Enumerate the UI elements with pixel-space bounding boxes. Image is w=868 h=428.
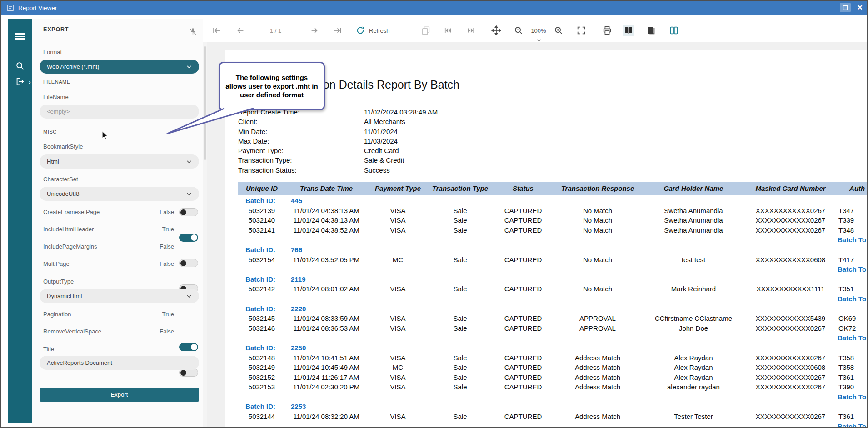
format-dropdown[interactable]: Web Archive (*.mht) bbox=[40, 60, 199, 74]
includehtmlheader-toggle[interactable] bbox=[179, 234, 198, 242]
batch-header-row: Batch ID:2253 bbox=[238, 402, 868, 412]
table-cell: 11/01/24 04:38:13 AM bbox=[285, 215, 367, 225]
table-cell: test test bbox=[641, 255, 746, 265]
table-cell: VISA bbox=[367, 206, 429, 216]
batch-header-row: Batch ID:2220 bbox=[238, 304, 868, 314]
batch-id-link[interactable]: 766 bbox=[285, 245, 367, 255]
table-cell: Alex Raydan bbox=[641, 353, 746, 363]
search-button[interactable] bbox=[8, 57, 32, 75]
zoom-out-button[interactable] bbox=[513, 25, 524, 36]
report-info-row: Min Date:11/01/2024 bbox=[238, 127, 438, 136]
table-cell: APPROVAL bbox=[554, 323, 641, 333]
batch-totals-link[interactable]: Batch To bbox=[835, 392, 868, 402]
batch-footer-row: Batch To bbox=[238, 235, 868, 245]
batch-totals-link[interactable]: Batch To bbox=[835, 294, 868, 304]
gallery-button[interactable] bbox=[645, 25, 657, 36]
table-cell: Sale bbox=[429, 215, 492, 225]
toolbar-separator bbox=[595, 24, 595, 37]
zoom-out-icon bbox=[514, 25, 524, 35]
chevron-down-icon bbox=[186, 294, 192, 298]
snapshot-button[interactable] bbox=[420, 25, 432, 36]
export-panel-title: EXPORT bbox=[43, 26, 69, 33]
callout-bubble: The following settings allows user to ex… bbox=[219, 62, 325, 110]
restore-button[interactable] bbox=[840, 3, 851, 12]
title-input-value: ActiveReports Document bbox=[47, 359, 112, 366]
title-input[interactable]: ActiveReports Document bbox=[40, 356, 199, 370]
table-row: 503213911/01/24 04:38:13 AMVISASaleCAPTU… bbox=[238, 206, 868, 216]
table-cell: CAPTURED bbox=[492, 323, 554, 333]
toc-panel-button[interactable] bbox=[623, 25, 634, 36]
print-icon bbox=[602, 25, 612, 35]
last-page-button[interactable] bbox=[332, 25, 344, 36]
batch-header-row: Batch ID:2119 bbox=[238, 274, 868, 284]
refresh-button[interactable]: Refresh bbox=[355, 24, 390, 37]
previous-view-button[interactable] bbox=[443, 25, 454, 36]
first-page-button[interactable] bbox=[211, 25, 223, 36]
export-panel-button[interactable]: › bbox=[8, 73, 32, 91]
panel-scrollbar-thumb[interactable] bbox=[204, 46, 206, 160]
batch-totals-link[interactable]: Batch To bbox=[835, 422, 868, 428]
table-cell: 11/01/24 11:26:17 AM bbox=[285, 373, 367, 383]
table-cell: OK69 bbox=[835, 314, 868, 323]
multipage-label: MultiPage bbox=[43, 260, 70, 267]
next-page-button[interactable] bbox=[309, 25, 320, 36]
zoom-level[interactable]: 100% bbox=[528, 27, 549, 34]
batch-totals-link[interactable]: Batch To bbox=[835, 333, 868, 343]
pan-button[interactable] bbox=[490, 25, 502, 36]
menu-button[interactable] bbox=[8, 27, 32, 45]
batch-totals-link[interactable]: Batch To bbox=[835, 264, 868, 274]
table-cell: CAPTURED bbox=[492, 353, 554, 363]
table-cell: XXXXXXXXXXXX1111 bbox=[746, 284, 835, 294]
info-label: Transaction Status: bbox=[238, 165, 364, 175]
close-button[interactable]: × bbox=[857, 3, 863, 12]
table-cell: 5032146 bbox=[238, 323, 285, 333]
batch-id-link[interactable]: 445 bbox=[285, 196, 367, 206]
outputtype-label: OutputType bbox=[43, 278, 74, 285]
batch-id-link[interactable]: 2250 bbox=[285, 343, 367, 353]
includepagemargins-toggle[interactable] bbox=[179, 259, 198, 267]
print-button[interactable] bbox=[601, 25, 613, 36]
batch-id-link[interactable]: 2220 bbox=[285, 304, 367, 314]
zoom-in-button[interactable] bbox=[553, 25, 564, 36]
table-header-row: Unique IDTrans Date TimePayment TypeTran… bbox=[238, 182, 868, 195]
table-cell: Sale bbox=[429, 412, 492, 422]
column-header: Payment Type bbox=[367, 182, 429, 195]
pagination-toggle[interactable] bbox=[179, 343, 198, 351]
unpin-button[interactable] bbox=[189, 27, 197, 36]
misc-section-label: MISC bbox=[43, 129, 57, 134]
characterset-value: UnicodeUtf8 bbox=[47, 190, 80, 197]
info-value: 11/01/2024 bbox=[364, 127, 398, 136]
table-cell: 11/01/24 08:32:20 AM bbox=[285, 412, 367, 422]
table-row: 503215211/01/24 11:26:17 AMVISASaleCAPTU… bbox=[238, 373, 868, 383]
table-row: 503215311/01/24 02:30:20 PMVISASaleCAPTU… bbox=[238, 382, 868, 392]
table-cell: alexander raydan bbox=[641, 382, 746, 392]
table-cell: T347 bbox=[835, 206, 868, 216]
table-cell: XXXXXXXXXXXX0267 bbox=[746, 412, 835, 422]
filename-input[interactable]: <empty> bbox=[40, 105, 199, 119]
export-button[interactable]: Export bbox=[40, 388, 199, 402]
pages-stack-icon bbox=[646, 25, 656, 35]
next-view-button[interactable] bbox=[464, 25, 476, 36]
table-cell: 5032152 bbox=[238, 373, 285, 383]
table-cell: Sale bbox=[429, 284, 492, 294]
createframesetpage-toggle[interactable] bbox=[179, 208, 198, 216]
characterset-dropdown[interactable]: UnicodeUtf8 bbox=[40, 187, 199, 201]
spacer bbox=[238, 422, 835, 428]
table-cell: CAPTURED bbox=[492, 373, 554, 383]
batch-totals-link[interactable]: Batch To bbox=[835, 235, 868, 245]
page-layout-button[interactable] bbox=[668, 25, 680, 36]
sidebar: › bbox=[8, 19, 32, 423]
bookmarkstyle-dropdown[interactable]: Html bbox=[40, 154, 199, 169]
table-row: 503214211/01/24 08:01:02 AMVISASaleCAPTU… bbox=[238, 284, 868, 294]
restore-icon bbox=[842, 5, 848, 11]
batch-footer-row: Batch To bbox=[238, 264, 868, 274]
info-value: Sale & Credit bbox=[364, 155, 404, 165]
previous-page-button[interactable] bbox=[234, 25, 246, 36]
batch-footer-row: Batch To bbox=[238, 392, 868, 402]
info-label: Payment Type: bbox=[238, 146, 364, 155]
batch-id-link[interactable]: 2253 bbox=[285, 402, 367, 412]
fullscreen-button[interactable] bbox=[575, 25, 587, 36]
batch-id-link[interactable]: 2119 bbox=[285, 274, 367, 284]
outputtype-dropdown[interactable]: DynamicHtml bbox=[40, 289, 199, 303]
table-cell: Sale bbox=[429, 255, 492, 265]
